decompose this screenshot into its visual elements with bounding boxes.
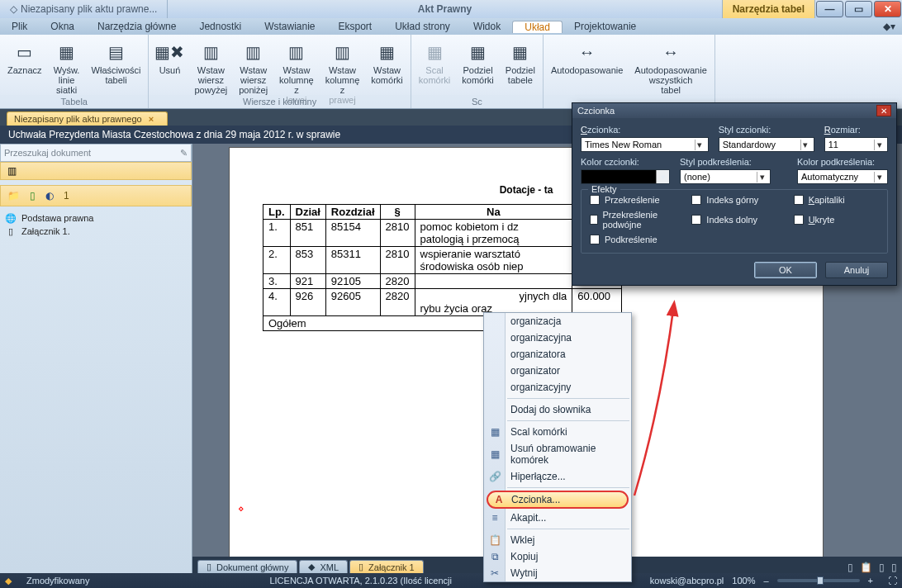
- bottom-tab-main[interactable]: ▯ Dokument główny: [197, 560, 297, 573]
- globe-icon: 🌐: [5, 212, 17, 224]
- chk-superscript[interactable]: Indeks górny: [691, 195, 776, 205]
- tab-eksport[interactable]: Eksport: [326, 21, 383, 32]
- zoom-out-button[interactable]: –: [763, 576, 768, 586]
- ribbon-label: Autodopasowanie: [551, 65, 623, 75]
- font-style-select[interactable]: Standardowy▾: [719, 137, 814, 152]
- status-user: kowski@abcpro.pl: [650, 576, 724, 586]
- dialog-title-bar[interactable]: Czcionka ✕: [572, 103, 896, 118]
- tab-widok[interactable]: Widok: [462, 21, 512, 32]
- minimize-button[interactable]: —: [816, 1, 843, 17]
- underline-style-select[interactable]: (none)▾: [680, 169, 771, 184]
- green-icon[interactable]: ▯: [30, 190, 36, 202]
- ctx-merge-cells[interactable]: ▦Scal komórki: [484, 424, 631, 440]
- ctx-paste[interactable]: 📋Wklej: [484, 532, 631, 548]
- circle-icon[interactable]: ◐: [45, 190, 54, 202]
- zoom-slider[interactable]: [777, 579, 860, 582]
- autofit-btn[interactable]: ↔Autodopasowanie: [545, 36, 629, 96]
- ctx-suggestion[interactable]: organizator: [484, 363, 631, 379]
- ribbon-group-label: Wiersze i kolumny: [149, 95, 410, 108]
- ctx-suggestion[interactable]: organizacja: [484, 313, 631, 330]
- tree-node-podstawa[interactable]: 🌐 Podstawa prawna: [5, 211, 187, 225]
- tab-narzedzia-glowne[interactable]: Narzędzia główne: [86, 21, 188, 32]
- tool-icon[interactable]: ▯: [891, 562, 897, 573]
- dialog-close-button[interactable]: ✕: [876, 105, 891, 116]
- left-panel: Przeszukaj dokument ✎ ▥ 📁 ▯ ◐ 1 🌐 Podsta…: [0, 144, 192, 573]
- tab-uklad[interactable]: Układ: [512, 21, 563, 33]
- bottom-tab-xml[interactable]: ◆ XML: [299, 560, 348, 573]
- search-input[interactable]: Przeszukaj dokument ✎: [0, 144, 192, 162]
- cancel-button[interactable]: Anuluj: [825, 262, 888, 278]
- status-changeflag-icon: ◆: [5, 576, 12, 586]
- ctx-paragraph[interactable]: ≡Akapit...: [484, 510, 631, 526]
- table-cell: 2810: [380, 247, 415, 274]
- ribbon-group: ▦Scalkomórki▦Podzielkomórki▦Podzieltabel…: [411, 35, 544, 108]
- chk-smallcaps[interactable]: KapitalikiKapitaliki: [794, 195, 879, 205]
- table-header: Dział: [290, 205, 325, 220]
- font-select[interactable]: Times New Roman▾: [581, 137, 709, 152]
- chk-underline[interactable]: Podkreślenie: [590, 235, 675, 244]
- folder-icon[interactable]: 📁: [7, 190, 20, 202]
- tool-icon[interactable]: ▯: [879, 562, 885, 573]
- ctx-suggestion[interactable]: organizacyjny: [484, 379, 631, 396]
- ribbon-group: ▭Zaznacz▦Wyśw.liniesiatki▤Właściwościtab…: [0, 35, 149, 108]
- table-row[interactable]: 3.92192105282015.000: [263, 274, 622, 289]
- chk-subscript[interactable]: Indeks dolny: [691, 210, 776, 230]
- document-tab[interactable]: Niezapisany plik aktu prawnego ×: [7, 111, 168, 126]
- maximize-button[interactable]: ▭: [845, 1, 872, 17]
- document-tab-close-icon[interactable]: ×: [149, 114, 154, 124]
- chk-double-strike[interactable]: Przekreślenie podwójne: [590, 210, 675, 230]
- tool-icon[interactable]: ▯: [847, 562, 853, 573]
- tab-projektowanie[interactable]: Projektowanie: [563, 21, 648, 32]
- ctx-font[interactable]: ACzcionka...: [487, 491, 629, 509]
- ribbon-icon: ▦: [509, 40, 532, 64]
- table-props-btn[interactable]: ▤Właściwościtabeli: [86, 36, 147, 96]
- copy-icon: ⧉: [488, 551, 501, 562]
- ctx-cut[interactable]: ✂Wytnij: [484, 565, 631, 581]
- table-row[interactable]: 2.853853112810wspieranie warsztatóśrodow…: [263, 247, 622, 274]
- tree-node-zalacznik[interactable]: ▯ Załącznik 1.: [5, 225, 187, 238]
- table-header: Rozdział: [325, 205, 380, 220]
- merge-icon: ▦: [488, 426, 501, 438]
- split-cells-btn[interactable]: ▦Podzielkomórki: [456, 36, 500, 86]
- cursor-marker: ⋄: [238, 503, 244, 514]
- tab-jednostki[interactable]: Jednostki: [188, 21, 253, 32]
- ctx-add-dictionary[interactable]: Dodaj do słownika: [484, 401, 631, 418]
- chk-strike[interactable]: Przekreślenie: [590, 195, 675, 205]
- table-cell: 2810: [380, 220, 415, 247]
- show-grid-btn[interactable]: ▦Wyśw.liniesiatki: [48, 36, 86, 96]
- table-header: §: [380, 205, 415, 220]
- fullscreen-icon[interactable]: ⛶: [888, 576, 897, 586]
- table-cell: 2.: [263, 247, 291, 274]
- help-icon[interactable]: ◆▾: [883, 21, 902, 32]
- select-btn[interactable]: ▭Zaznacz: [2, 36, 48, 96]
- dialog-title: Czcionka: [577, 106, 615, 116]
- tab-uklad-strony[interactable]: Układ strony: [383, 21, 462, 32]
- chk-hidden[interactable]: UkryteUkryte: [794, 210, 879, 230]
- ctx-copy[interactable]: ⧉Kopiuj: [484, 548, 631, 565]
- ctx-remove-border[interactable]: ▦Usuń obramowanie komórek: [484, 440, 631, 468]
- status-bar: ◆ Zmodyfikowany LICENCJA OTWARTA, 2.1.0.…: [0, 573, 902, 588]
- tool-icon[interactable]: 📋: [860, 562, 872, 573]
- underline-color-select[interactable]: Automatyczny▾: [797, 169, 888, 184]
- tab-wstawianie[interactable]: Wstawianie: [253, 21, 326, 32]
- paragraph-icon: ≡: [488, 512, 501, 524]
- close-button[interactable]: ✕: [874, 1, 901, 17]
- split-table-btn[interactable]: ▦Podzieltabele: [500, 36, 541, 86]
- tab-okna[interactable]: Okna: [39, 21, 86, 32]
- search-placeholder: Przeszukaj dokument: [4, 148, 91, 158]
- table-row[interactable]: 1.851851542810pomoc kobietom i dzpatolog…: [263, 220, 622, 247]
- ctx-suggestion[interactable]: organizacyjna: [484, 330, 631, 346]
- zoom-in-button[interactable]: +: [868, 576, 873, 586]
- tab-plik[interactable]: Plik: [0, 21, 39, 32]
- app-window: ◇ Niezapisany plik aktu prawne... Akt Pr…: [0, 0, 902, 588]
- font-size-select[interactable]: 11▾: [824, 137, 888, 152]
- bottom-tab-attachment[interactable]: ▯ Załącznik 1: [349, 560, 424, 573]
- search-clear-icon[interactable]: ✎: [180, 148, 188, 159]
- bottom-tab-tools: ▯ 📋 ▯ ▯: [847, 562, 902, 573]
- ok-button[interactable]: OK: [754, 262, 817, 278]
- ctx-suggestion[interactable]: organizatora: [484, 346, 631, 363]
- ctx-hyperlink[interactable]: 🔗Hiperłącze...: [484, 468, 631, 485]
- autofit-all-btn[interactable]: ↔Autodopasowaniewszystkichtabel: [629, 36, 712, 96]
- font-color-select[interactable]: ▾: [581, 169, 670, 184]
- ribbon-icon: ▥: [330, 40, 354, 64]
